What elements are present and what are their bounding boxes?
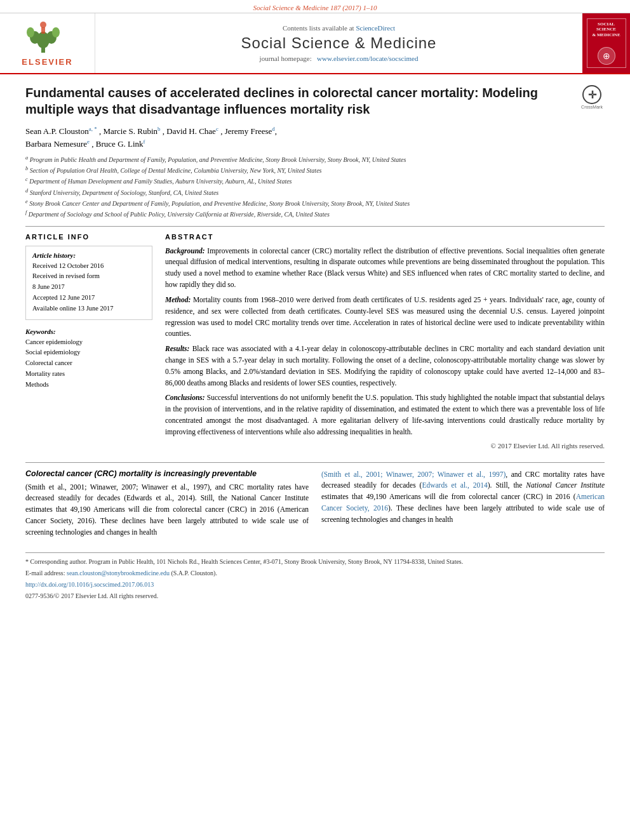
body-left-text: (Smith et al., 2001; Winawer, 2007; Wina… (25, 482, 309, 538)
crossmark-badge[interactable]: ✛ CrossMark (579, 84, 605, 110)
method-text: Mortality counts from 1968–2010 were der… (165, 296, 605, 337)
email-note: E-mail address: sean.clouston@stonybrook… (25, 568, 605, 578)
doi-line: http://dx.doi.org/10.1016/j.socscimed.20… (25, 580, 605, 589)
journal-citation: Social Science & Medicine 187 (2017) 1–1… (253, 4, 377, 11)
keyword-1: Cancer epidemiology (25, 337, 152, 348)
body-paragraph-1: (Smith et al., 2001; Winawer, 2007; Wina… (25, 482, 309, 538)
svg-point-6 (40, 22, 46, 28)
authors-line: Sean A.P. Cloustona, * , Marcie S. Rubin… (25, 125, 605, 150)
author5-sup: e (87, 138, 90, 145)
crossmark-label: CrossMark (581, 105, 603, 109)
affiliations-block: a Program in Public Health and Departmen… (25, 154, 605, 220)
footnotes-section: * Corresponding author. Program in Publi… (25, 552, 605, 601)
article-history-box: Article history: Received 12 October 201… (25, 246, 152, 320)
conclusions-text: Successful interventions do not uniforml… (165, 394, 605, 435)
abstract-heading: ABSTRACT (165, 233, 605, 241)
svg-point-4 (27, 27, 34, 37)
background-text: Improvements in colorectal cancer (CRC) … (165, 247, 605, 288)
issn-line: 0277-9536/© 2017 Elsevier Ltd. All right… (25, 591, 605, 601)
results-label: Results: (165, 345, 189, 352)
email-label: E-mail address: (25, 570, 65, 577)
affiliation-f: f Department of Sociology and School of … (25, 209, 605, 219)
affiliation-b: b Section of Population Oral Health, Col… (25, 165, 605, 175)
article-title: Fundamental causes of accelerated declin… (25, 84, 566, 117)
main-content: Fundamental causes of accelerated declin… (0, 74, 630, 609)
homepage-prefix: journal homepage: (260, 55, 312, 62)
contents-prefix: Contents lists available at (283, 24, 354, 32)
body-right-paragraph: (Smith et al., 2001; Winawer, 2007; Wina… (321, 469, 605, 526)
accepted-date: Accepted 12 June 2017 (32, 293, 145, 303)
journal-cover-thumbnail: SOCIAL SCIENCE & MEDICINE ⊕ (582, 13, 630, 73)
journal-main-title: Social Science & Medicine (241, 34, 437, 52)
history-label: Article history: (32, 251, 145, 259)
affiliation-c: c Department of Human Development and Fa… (25, 176, 605, 186)
elsevier-tree-logo (22, 20, 73, 55)
background-label: Background: (165, 247, 205, 255)
results-text: Black race was associated with a 4.1-yea… (165, 345, 605, 386)
body-right-text: (Smith et al., 2001; Winawer, 2007; Wina… (321, 469, 605, 526)
journal-title-area: Contents lists available at ScienceDirec… (95, 13, 582, 73)
doi-link[interactable]: http://dx.doi.org/10.1016/j.socscimed.20… (25, 581, 154, 588)
keywords-label: Keywords: (25, 328, 152, 335)
received-revised-label: Received in revised form (32, 271, 145, 282)
contents-line: Contents lists available at ScienceDirec… (283, 24, 395, 32)
acs-ref-link[interactable]: American Cancer Society, 2016 (321, 493, 605, 512)
conclusions-label: Conclusions: (165, 394, 205, 401)
author6-name: , Bruce G. Link (91, 139, 143, 149)
available-online-date: Available online 13 June 2017 (32, 303, 145, 314)
author3-name: , David H. Chae (163, 126, 216, 136)
publisher-bar: ELSEVIER Contents lists available at Sci… (0, 13, 630, 74)
abstract-results: Results: Black race was associated with … (165, 343, 605, 389)
abstract-text-block: Background: Improvements in colorectal c… (165, 246, 605, 438)
abstract-conclusions: Conclusions: Successful interventions do… (165, 392, 605, 437)
elsevier-brand-text: ELSEVIER (22, 57, 72, 67)
article-info-heading: ARTICLE INFO (25, 233, 152, 241)
received-date: Received 12 October 2016 (32, 261, 145, 272)
author1-sup: a, * (89, 126, 97, 132)
abstract-method: Method: Mortality counts from 1968–2010 … (165, 295, 605, 340)
article-info-column: ARTICLE INFO Article history: Received 1… (25, 233, 152, 450)
author2-name: , Marcie S. Rubin (99, 126, 158, 136)
keyword-3: Colorectal cancer (25, 358, 152, 369)
email-link[interactable]: sean.clouston@stonybrookmedicine.edu (67, 570, 170, 577)
journal-homepage: journal homepage: www.elsevier.com/locat… (260, 55, 419, 62)
svg-point-5 (52, 27, 60, 37)
keyword-5: Methods (25, 380, 152, 390)
affiliation-e: e Stony Brook Cancer Center and Departme… (25, 198, 605, 208)
journal-citation-header: Social Science & Medicine 187 (2017) 1–1… (0, 0, 630, 13)
body-left-column: Colorectal cancer (CRC) mortality is inc… (25, 469, 309, 542)
author5-name: Barbara Nemesure (25, 139, 87, 149)
elsevier-logo-section: ELSEVIER (0, 13, 95, 73)
svg-rect-7 (41, 27, 45, 34)
keyword-4: Mortality rates (25, 369, 152, 380)
affiliation-a: a Program in Public Health and Departmen… (25, 154, 605, 164)
homepage-link[interactable]: www.elsevier.com/locate/socscimed (317, 55, 418, 62)
smith-ref-link[interactable]: (Smith et al., 2001; Winawer, 2007; Wina… (321, 470, 506, 478)
email-attribution: (S.A.P. Clouston). (171, 570, 217, 577)
crossmark-icon: ✛ (582, 85, 601, 104)
abstract-background: Background: Improvements in colorectal c… (165, 246, 605, 291)
author4-name: , Jeremy Freese (220, 126, 272, 136)
body-section: Colorectal cancer (CRC) mortality is inc… (25, 462, 605, 542)
keywords-box: Keywords: Cancer epidemiology Social epi… (25, 328, 152, 390)
cover-decoration: ⊕ (598, 47, 615, 65)
body-section-title: Colorectal cancer (CRC) mortality is inc… (25, 469, 309, 478)
section-divider-1 (25, 226, 605, 227)
author3-sup: c (216, 126, 218, 132)
info-abstract-columns: ARTICLE INFO Article history: Received 1… (25, 233, 605, 450)
received-revised-date: 8 June 2017 (32, 282, 145, 293)
copyright-line: © 2017 Elsevier Ltd. All rights reserved… (165, 442, 605, 450)
corresponding-author-note: * Corresponding author. Program in Publi… (25, 557, 605, 566)
body-columns: Colorectal cancer (CRC) mortality is inc… (25, 469, 605, 542)
method-label: Method: (165, 296, 191, 303)
body-right-column: (Smith et al., 2001; Winawer, 2007; Wina… (321, 469, 605, 542)
keyword-2: Social epidemiology (25, 347, 152, 358)
author6-sup: f (144, 138, 145, 145)
journal-cover-inner: SOCIAL SCIENCE & MEDICINE ⊕ (587, 18, 626, 68)
author1-name: Sean A.P. Clouston (25, 126, 89, 136)
abstract-column: ABSTRACT Background: Improvements in col… (165, 233, 605, 450)
cover-title: SOCIAL SCIENCE & MEDICINE (592, 22, 620, 37)
affiliation-d: d Stanford University, Department of Soc… (25, 187, 605, 197)
edwards-ref-link[interactable]: Edwards et al., 2014 (422, 481, 487, 489)
sciencedirect-link[interactable]: ScienceDirect (356, 24, 395, 32)
